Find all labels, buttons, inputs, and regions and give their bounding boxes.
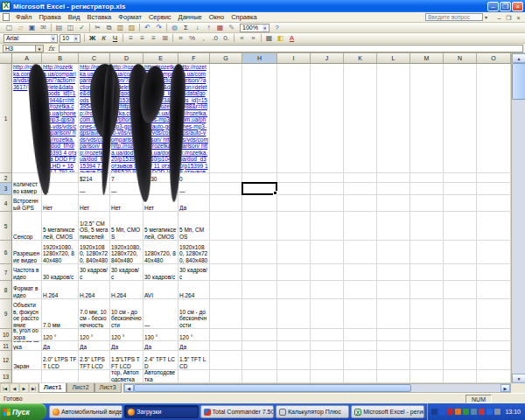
cell-L5[interactable] [377, 212, 410, 241]
zoom-box[interactable]: 100%▾ [240, 24, 270, 32]
row-header-8[interactable]: 8 [0, 281, 12, 299]
task-button-5[interactable]: XMicrosoft Excel - регис... [351, 405, 424, 418]
cell-O4[interactable] [477, 195, 511, 212]
cell-D11[interactable]: Да [110, 341, 144, 351]
row-header-13[interactable]: 13 [0, 370, 12, 383]
cell-K1[interactable] [344, 64, 377, 173]
cell-K9[interactable] [344, 299, 377, 329]
cell-O13[interactable] [477, 370, 511, 383]
cell-H4[interactable] [242, 195, 277, 212]
underline-icon[interactable]: Ч [109, 33, 121, 43]
cell-M9[interactable] [410, 299, 444, 329]
cell-N9[interactable] [444, 299, 477, 329]
scroll-right-icon[interactable]: ▶ [500, 384, 510, 392]
column-header-F[interactable]: F [178, 53, 210, 64]
scroll-up-icon[interactable]: ▲ [512, 53, 525, 63]
formula-input[interactable] [59, 45, 523, 52]
cell-H11[interactable] [242, 341, 277, 351]
align-right-icon[interactable]: ≡ [148, 33, 159, 43]
cell-G1[interactable] [210, 64, 242, 173]
cell-B10[interactable]: 120 ° [42, 329, 79, 341]
percent-icon[interactable]: % [186, 33, 198, 43]
title-bar[interactable]: Microsoft Excel - регистратор.xls – ❐ × [0, 0, 525, 12]
sort-ascending-icon[interactable]: ↓ [192, 23, 203, 32]
horizontal-scrollbar[interactable]: ◀ ▶ [123, 383, 511, 393]
format-painter-icon[interactable]: ▨ [126, 23, 137, 32]
cell-F11[interactable]: Да [178, 341, 210, 351]
cell-K7[interactable] [344, 264, 377, 281]
column-header-G[interactable]: G [210, 53, 242, 64]
cell-G11[interactable] [210, 341, 242, 351]
cell-O12[interactable] [477, 351, 511, 370]
cell-A10[interactable]: Объектив, угол обзора [12, 329, 42, 341]
row-header-6[interactable]: 6 [0, 241, 12, 264]
cell-K8[interactable] [344, 281, 377, 299]
cell-N3[interactable] [444, 183, 477, 195]
cell-J7[interactable] [311, 264, 344, 281]
cell-I3[interactable] [277, 183, 311, 195]
cell-C7[interactable]: 30 кадров/с [79, 264, 110, 281]
cell-A8[interactable]: Формат видео [12, 281, 42, 299]
cell-C6[interactable]: 1920x1080, 1280x720, 840x480 [79, 241, 110, 264]
cell-N4[interactable] [444, 195, 477, 212]
tray-icon-2[interactable] [439, 409, 445, 415]
cell-B13[interactable] [42, 370, 79, 383]
cell-L2[interactable] [377, 173, 410, 183]
tray-icon-6[interactable] [471, 409, 477, 415]
cell-C12[interactable]: 2.5" LTPS TFT LCD [79, 351, 110, 370]
row-header-9[interactable]: 9 [0, 299, 12, 329]
cell-C8[interactable]: H.264 [79, 281, 110, 299]
tray-icon-7[interactable] [479, 409, 485, 415]
cell-D5[interactable]: 5 Мп, CMOS [110, 212, 144, 241]
fill-color-icon[interactable]: ◧ [275, 33, 286, 43]
cell-N7[interactable] [444, 264, 477, 281]
row-header-7[interactable]: 7 [0, 264, 12, 281]
row-header-2[interactable]: 2 [0, 173, 12, 183]
italic-icon[interactable]: К [98, 33, 109, 43]
column-header-E[interactable]: E [144, 53, 178, 64]
start-button[interactable]: Пуск [0, 403, 46, 420]
cell-O9[interactable] [477, 299, 511, 329]
sort-descending-icon[interactable]: ↑ [203, 23, 214, 32]
selected-cell-H3[interactable] [242, 182, 277, 195]
cell-D4[interactable]: Нет [110, 195, 144, 212]
cell-L10[interactable] [377, 329, 410, 341]
workbook-restore-button[interactable]: ❐ [504, 13, 514, 22]
menu-item-6[interactable]: Сервис [145, 13, 175, 21]
cell-G3[interactable] [210, 183, 242, 195]
save-icon[interactable]: ▣ [26, 23, 38, 32]
menu-item-3[interactable]: Вид [65, 13, 84, 21]
cell-E6[interactable]: 1280x720, 840x480 [144, 241, 178, 264]
cell-H9[interactable] [242, 299, 277, 329]
menu-item-9[interactable]: Справка [228, 13, 260, 21]
row-header-10[interactable]: 10 [0, 329, 12, 341]
cell-A3[interactable]: Количество камер [12, 183, 42, 195]
column-header-N[interactable]: N [444, 53, 477, 64]
cell-F10[interactable]: 120 ° [178, 329, 210, 341]
cell-J1[interactable] [311, 64, 344, 173]
column-header-D[interactable]: D [110, 53, 144, 64]
menu-item-4[interactable]: Вставка [83, 13, 115, 21]
cell-D9[interactable]: 10 см - до бесконечности [110, 299, 144, 329]
increase-decimal-icon[interactable]: .0 [209, 33, 220, 43]
cell-M10[interactable] [410, 329, 444, 341]
cell-G9[interactable] [210, 299, 242, 329]
cell-O5[interactable] [477, 212, 511, 241]
cell-N10[interactable] [444, 329, 477, 341]
task-button-1[interactable]: Автомобильный видео... [49, 405, 122, 418]
cell-M11[interactable] [410, 341, 444, 351]
font-dropdown-icon[interactable]: ▾ [51, 35, 55, 42]
cell-O2[interactable] [477, 173, 511, 183]
cell-M12[interactable] [410, 351, 444, 370]
cell-J8[interactable] [311, 281, 344, 299]
task-button-4[interactable]: Калькулятор Плюс [276, 405, 349, 418]
tray-icon-4[interactable] [455, 409, 461, 415]
currency-icon[interactable]: ¤ [175, 33, 186, 43]
scroll-left-icon[interactable]: ◀ [124, 384, 134, 392]
cell-E11[interactable]: Да [144, 341, 178, 351]
cell-M3[interactable] [410, 183, 444, 195]
cell-H5[interactable] [242, 212, 277, 241]
cell-O7[interactable] [477, 264, 511, 281]
select-all-corner[interactable] [0, 53, 12, 64]
cell-E9[interactable]: — [144, 299, 178, 329]
